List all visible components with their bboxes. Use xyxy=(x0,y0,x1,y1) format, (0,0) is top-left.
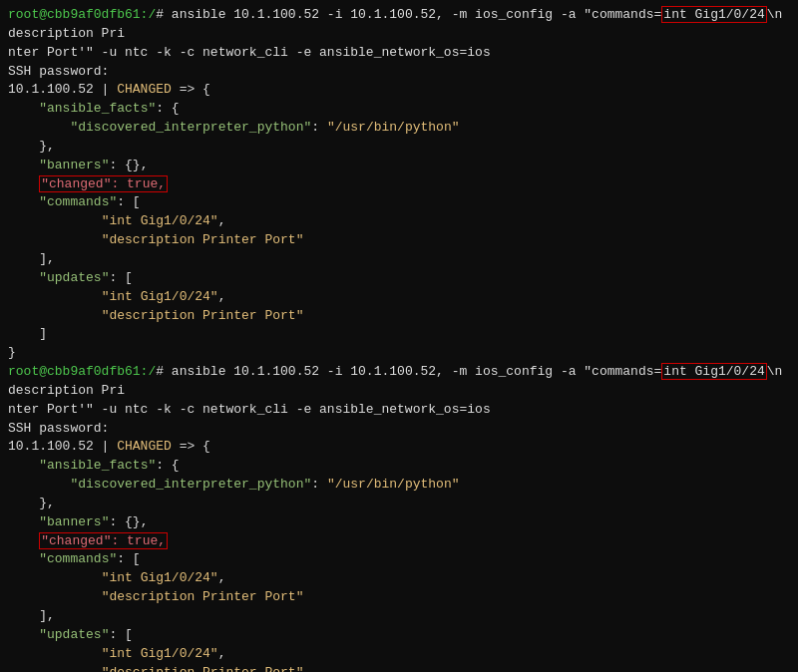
ansible-facts-2: "ansible_facts": { xyxy=(8,457,790,476)
prompt-1: root@cbb9af0dfb61:/ xyxy=(8,7,156,22)
terminal-window: root@cbb9af0dfb61:/# ansible 10.1.100.52… xyxy=(0,0,798,672)
close-updates-1: ] xyxy=(8,325,790,344)
command-line-1: root@cbb9af0dfb61:/# ansible 10.1.100.52… xyxy=(8,6,790,44)
close-commands-1: ], xyxy=(8,250,790,269)
discovered-interpreter-2: "discovered_interpreter_python": "/usr/b… xyxy=(8,476,790,495)
prompt-2: root@cbb9af0dfb61:/ xyxy=(8,364,156,379)
cmd-int-1: "int Gig1/0/24", xyxy=(8,212,790,231)
upd-desc-1: "description Printer Port" xyxy=(8,307,790,326)
updates-key-1: "updates": [ xyxy=(8,269,790,288)
close-commands-2: ], xyxy=(8,607,790,626)
discovered-interpreter-1: "discovered_interpreter_python": "/usr/b… xyxy=(8,119,790,138)
cmd-int-2: "int Gig1/0/24", xyxy=(8,569,790,588)
changed-badge-2: "changed": true, xyxy=(39,532,168,549)
changed-badge-1: "changed": true, xyxy=(39,175,168,192)
highlight-int-2: int Gig1/0/24 xyxy=(661,363,766,380)
upd-desc-2: "description Printer Port" xyxy=(8,664,790,672)
cmd-desc-2: "description Printer Port" xyxy=(8,588,790,607)
close-facts-2: }, xyxy=(8,495,790,513)
commands-key-1: "commands": [ xyxy=(8,193,790,212)
updates-key-2: "updates": [ xyxy=(8,626,790,645)
ssh-password-1: SSH password: xyxy=(8,63,790,82)
upd-int-1: "int Gig1/0/24", xyxy=(8,288,790,307)
commands-key-2: "commands": [ xyxy=(8,550,790,569)
changed-line-2: "changed": true, xyxy=(8,532,790,551)
result-header-1: 10.1.100.52 | CHANGED => { xyxy=(8,81,790,100)
banners-1: "banners": {}, xyxy=(8,157,790,175)
command-line-1b: nter Port'" -u ntc -k -c network_cli -e … xyxy=(8,44,790,63)
ansible-facts-1: "ansible_facts": { xyxy=(8,100,790,119)
close-block-1: } xyxy=(8,344,790,363)
highlight-int-1: int Gig1/0/24 xyxy=(661,6,766,23)
banners-2: "banners": {}, xyxy=(8,513,790,532)
ssh-password-2: SSH password: xyxy=(8,420,790,439)
result-header-2: 10.1.100.52 | CHANGED => { xyxy=(8,438,790,457)
command-line-2b: nter Port'" -u ntc -k -c network_cli -e … xyxy=(8,401,790,420)
changed-line-1: "changed": true, xyxy=(8,175,790,194)
command-line-2: root@cbb9af0dfb61:/# ansible 10.1.100.52… xyxy=(8,363,790,401)
upd-int-2: "int Gig1/0/24", xyxy=(8,645,790,664)
close-facts-1: }, xyxy=(8,138,790,157)
cmd-desc-1: "description Printer Port" xyxy=(8,231,790,250)
